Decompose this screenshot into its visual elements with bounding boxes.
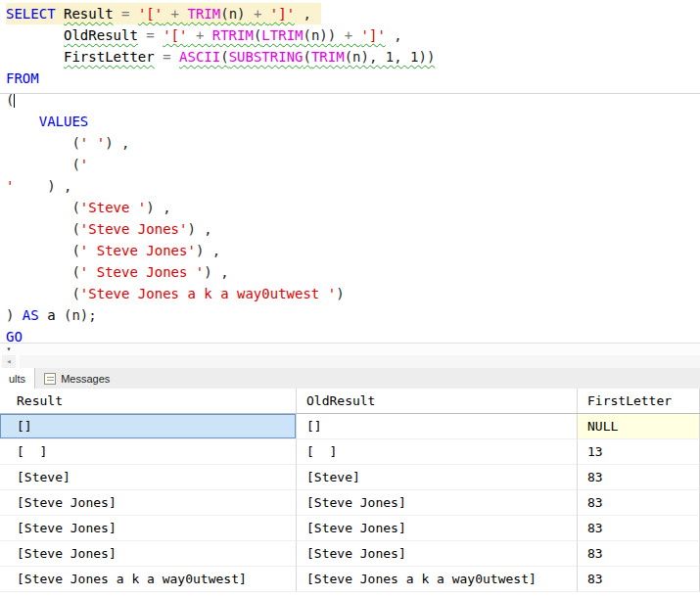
table-row: [Steve][Steve]83 bbox=[0, 465, 700, 490]
code-line[interactable]: (' ') , bbox=[6, 132, 700, 154]
code-line[interactable]: GO bbox=[6, 326, 700, 343]
grid-cell[interactable]: [Steve Jones a k a way0utwest] bbox=[0, 567, 297, 592]
grid-cell[interactable]: 13 bbox=[578, 439, 700, 465]
scrollbar-left-arrow-icon[interactable]: ◂ bbox=[2, 355, 16, 368]
code-line[interactable]: (' Steve Jones') , bbox=[6, 240, 700, 261]
grid-cell[interactable]: 83 bbox=[578, 541, 700, 567]
code-token: ( bbox=[6, 200, 80, 215]
code-token: + bbox=[246, 6, 270, 22]
grid-cell[interactable]: 83 bbox=[578, 490, 700, 516]
grid-cell[interactable]: 83 bbox=[578, 567, 700, 592]
code-token: (n); bbox=[64, 307, 97, 323]
column-header-result[interactable]: Result bbox=[0, 389, 297, 413]
code-token: ) , bbox=[47, 178, 71, 194]
code-token: a bbox=[39, 307, 64, 323]
grid-cell[interactable]: [Steve] bbox=[0, 465, 297, 490]
code-token: Result bbox=[64, 6, 114, 22]
code-line[interactable]: ' ) , bbox=[6, 175, 700, 197]
grid-cell[interactable]: NULL bbox=[578, 414, 700, 439]
code-editor[interactable]: SELECT Result = '[' + TRIM(n) + ']' , Ol… bbox=[0, 0, 700, 343]
code-line[interactable]: ) AS a (n); bbox=[6, 304, 700, 326]
code-line[interactable]: ('Steve Jones a k a way0utwest ') bbox=[6, 283, 700, 304]
code-token: SUBSTRING bbox=[229, 49, 303, 65]
results-tab-strip: ults Messages bbox=[0, 368, 700, 389]
code-token: ) , bbox=[187, 221, 211, 237]
grid-cell[interactable]: 83 bbox=[578, 465, 700, 490]
code-token bbox=[6, 49, 64, 65]
grid-body: [][]NULL[ ][ ]13[Steve][Steve]83[Steve J… bbox=[0, 414, 700, 592]
code-token: ( bbox=[6, 157, 80, 172]
grid-cell[interactable]: [Steve Jones] bbox=[0, 541, 297, 567]
code-token: ) , bbox=[196, 243, 220, 258]
tab-results[interactable]: ults bbox=[0, 368, 35, 389]
scrollbar-dropdown-icon[interactable]: ▾ bbox=[2, 344, 16, 354]
code-token: VALUES bbox=[39, 114, 89, 129]
tab-messages[interactable]: Messages bbox=[35, 368, 118, 389]
code-token: (n), 1, 1)) bbox=[345, 49, 436, 65]
code-line[interactable]: (' bbox=[6, 154, 700, 175]
code-token: 'Steve Jones a k a way0utwest ' bbox=[80, 286, 336, 301]
grid-cell[interactable]: [Steve Jones] bbox=[0, 490, 297, 516]
grid-cell[interactable]: [ ] bbox=[297, 439, 578, 465]
code-token: = bbox=[114, 6, 138, 22]
code-token: (n) bbox=[220, 6, 245, 22]
code-token: = bbox=[155, 49, 179, 65]
tab-results-label: ults bbox=[9, 373, 25, 385]
grid-cell[interactable]: [Steve Jones] bbox=[0, 516, 297, 541]
code-line[interactable]: FirstLetter = ASCII(SUBSTRING(TRIM(n), 1… bbox=[6, 46, 700, 68]
editor-scrollbar[interactable]: ▾ ◂ bbox=[0, 343, 700, 368]
code-token: ( bbox=[303, 49, 310, 65]
code-token: ']' bbox=[270, 6, 295, 22]
column-header-oldresult[interactable]: OldResult bbox=[297, 389, 578, 413]
code-token: ' bbox=[80, 157, 88, 172]
code-token: TRIM bbox=[187, 6, 220, 22]
code-line[interactable]: SELECT Result = '[' + TRIM(n) + ']' , bbox=[6, 3, 321, 24]
grid-header-row: ResultOldResultFirstLetter bbox=[0, 389, 700, 414]
code-token: , bbox=[386, 27, 402, 43]
grid-cell[interactable]: [Steve Jones] bbox=[297, 541, 578, 567]
code-token: TRIM bbox=[311, 49, 345, 65]
code-token: ( bbox=[6, 135, 80, 151]
code-token: 'Steve ' bbox=[80, 200, 146, 215]
code-token: FROM bbox=[6, 70, 39, 86]
code-token bbox=[14, 178, 47, 194]
table-row: [Steve Jones][Steve Jones]83 bbox=[0, 516, 700, 541]
table-row: [][]NULL bbox=[0, 414, 700, 439]
code-token: ) bbox=[6, 307, 23, 323]
code-token: ']' bbox=[361, 27, 386, 43]
code-line[interactable]: VALUES bbox=[6, 111, 700, 132]
table-row: [ ][ ]13 bbox=[0, 439, 700, 465]
code-token: + bbox=[336, 27, 360, 43]
grid-cell[interactable]: [] bbox=[0, 414, 297, 439]
code-token: + bbox=[163, 6, 187, 22]
grid-cell[interactable]: [] bbox=[297, 414, 578, 439]
code-line[interactable]: OldResult = '[' + RTRIM(LTRIM(n)) + ']' … bbox=[6, 24, 700, 46]
code-token: ) , bbox=[105, 135, 129, 151]
code-token: ' ' bbox=[80, 135, 105, 151]
code-token: (n)) bbox=[303, 27, 337, 43]
grid-cell[interactable]: [Steve Jones] bbox=[297, 516, 578, 541]
code-line[interactable]: ('Steve ') , bbox=[6, 197, 700, 218]
code-token: OldResult bbox=[64, 27, 138, 43]
code-line[interactable]: ( bbox=[6, 89, 700, 111]
code-token: ( bbox=[6, 243, 80, 258]
code-token: ' Steve Jones' bbox=[80, 243, 196, 258]
grid-cell[interactable]: [Steve Jones a k a way0utwest] bbox=[297, 567, 578, 592]
code-token: '[' bbox=[138, 6, 163, 22]
grid-cell[interactable]: [Steve] bbox=[297, 465, 578, 490]
code-token: ( bbox=[6, 221, 80, 237]
code-token: FirstLetter bbox=[64, 49, 155, 65]
code-token: '[' bbox=[163, 27, 187, 43]
messages-icon bbox=[44, 373, 56, 385]
code-token: ( bbox=[220, 49, 228, 65]
column-header-firstletter[interactable]: FirstLetter bbox=[578, 389, 700, 413]
horizontal-scrollbar-track[interactable] bbox=[20, 355, 700, 368]
grid-cell[interactable]: 83 bbox=[578, 516, 700, 541]
grid-cell[interactable]: [Steve Jones] bbox=[297, 490, 578, 516]
code-line[interactable]: ('Steve Jones') , bbox=[6, 218, 700, 240]
code-token: , bbox=[295, 6, 311, 22]
grid-cell[interactable]: [ ] bbox=[0, 439, 297, 465]
code-line[interactable]: FROM bbox=[6, 68, 700, 89]
code-line[interactable]: (' Steve Jones ') , bbox=[6, 261, 700, 283]
code-token: ) , bbox=[204, 264, 228, 280]
